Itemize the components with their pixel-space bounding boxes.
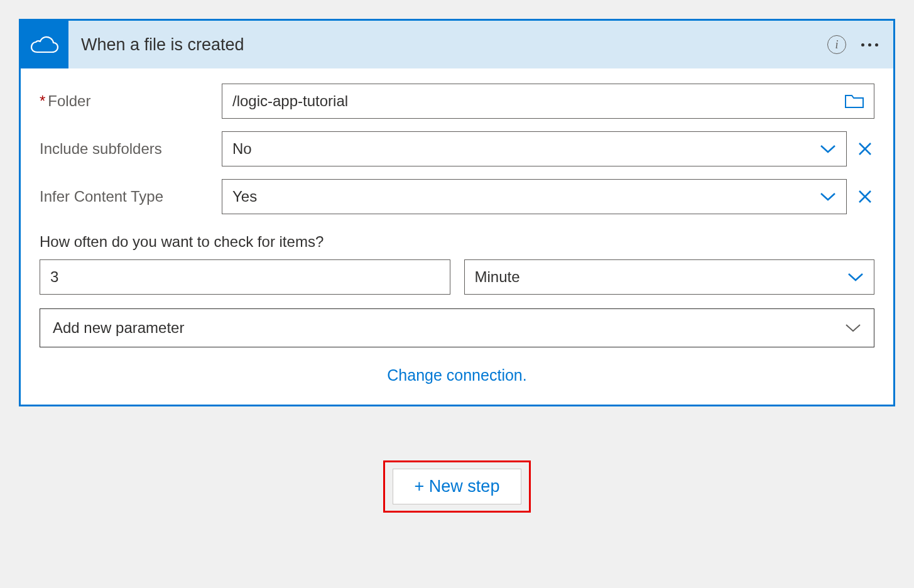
chevron-down-icon	[845, 319, 861, 337]
folder-input[interactable]: /logic-app-tutorial	[222, 84, 874, 119]
close-icon	[857, 141, 873, 156]
card-header[interactable]: When a file is created i	[21, 21, 893, 68]
change-connection-link[interactable]: Change connection.	[40, 360, 874, 384]
required-indicator: *	[40, 92, 45, 109]
more-icon[interactable]	[861, 38, 878, 52]
onedrive-icon	[31, 36, 58, 53]
remove-infer-content-type-button[interactable]	[856, 189, 874, 204]
polling-label: How often do you want to check for items…	[40, 233, 874, 251]
chevron-down-icon	[820, 140, 836, 158]
new-step-container: + New step	[19, 460, 895, 513]
trigger-card: When a file is created i *Folder /logic-…	[19, 19, 895, 406]
close-icon	[857, 189, 873, 204]
card-body: *Folder /logic-app-tutorial Include subf…	[21, 68, 893, 405]
interval-unit-value: Minute	[475, 268, 520, 286]
chevron-down-icon	[847, 268, 864, 286]
interval-row: 3 Minute	[40, 259, 874, 295]
folder-picker-icon[interactable]	[845, 94, 864, 109]
folder-row: *Folder /logic-app-tutorial	[40, 84, 874, 119]
connector-icon-box	[21, 21, 68, 68]
infer-content-type-label: Infer Content Type	[40, 188, 222, 205]
remove-include-subfolders-button[interactable]	[856, 141, 874, 156]
infer-content-type-row: Infer Content Type Yes	[40, 179, 874, 214]
include-subfolders-value: No	[232, 140, 252, 158]
add-parameter-select[interactable]: Add new parameter	[40, 308, 874, 347]
include-subfolders-row: Include subfolders No	[40, 131, 874, 166]
folder-value: /logic-app-tutorial	[232, 92, 348, 110]
new-step-highlight: + New step	[383, 460, 531, 513]
info-icon[interactable]: i	[827, 35, 846, 54]
add-parameter-label: Add new parameter	[53, 319, 184, 337]
interval-input[interactable]: 3	[40, 259, 450, 295]
include-subfolders-select[interactable]: No	[222, 131, 847, 166]
new-step-button[interactable]: + New step	[393, 469, 522, 504]
card-title: When a file is created	[68, 35, 827, 55]
interval-unit-select[interactable]: Minute	[464, 259, 875, 295]
folder-label: *Folder	[40, 92, 222, 110]
infer-content-type-select[interactable]: Yes	[222, 179, 847, 214]
chevron-down-icon	[820, 188, 836, 205]
interval-value: 3	[50, 268, 58, 286]
infer-content-type-value: Yes	[232, 188, 257, 205]
header-actions: i	[827, 35, 893, 54]
include-subfolders-label: Include subfolders	[40, 140, 222, 158]
